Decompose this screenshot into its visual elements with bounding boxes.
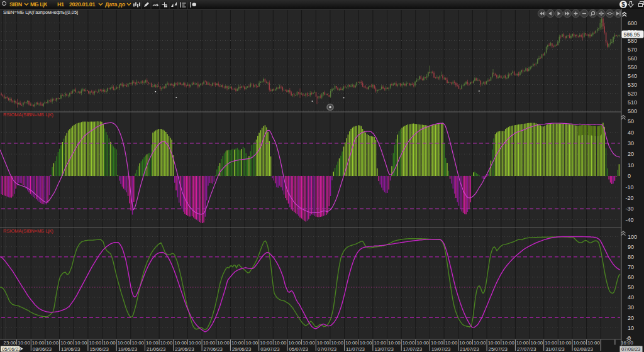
svg-text:0: 0	[628, 173, 631, 179]
svg-text:23/06/23: 23/06/23	[175, 346, 194, 352]
svg-text:21/07/23: 21/07/23	[460, 346, 479, 352]
svg-text:10:00: 10:00	[274, 340, 287, 346]
svg-text:10:00: 10:00	[75, 340, 87, 346]
svg-text:10:00: 10:00	[303, 340, 315, 346]
svg-text:570: 570	[628, 47, 637, 53]
svg-text:560: 560	[628, 55, 637, 62]
svg-text:60: 60	[628, 274, 634, 280]
svg-text:10:00: 10:00	[47, 340, 59, 346]
svg-text:13/07/23: 13/07/23	[374, 346, 393, 352]
svg-text:80: 80	[628, 254, 634, 260]
svg-text:10:00: 10:00	[32, 340, 45, 346]
svg-text:10:00: 10:00	[388, 340, 401, 346]
svg-text:70: 70	[628, 264, 634, 270]
svg-text:600: 600	[628, 20, 637, 26]
svg-text:10:00: 10:00	[445, 340, 458, 346]
svg-text:10:00: 10:00	[18, 340, 30, 346]
svg-text:31/07/23: 31/07/23	[545, 346, 564, 352]
svg-text:25/07/23: 25/07/23	[489, 346, 508, 352]
svg-text:10:00: 10:00	[231, 340, 244, 346]
svg-text:550: 550	[628, 64, 637, 70]
svg-text:30: 30	[628, 304, 634, 311]
svg-text:10:00: 10:00	[545, 340, 557, 346]
svg-text:10:00: 10:00	[118, 340, 130, 346]
svg-text:10:00: 10:00	[89, 340, 101, 346]
svg-text:10:00: 10:00	[502, 340, 514, 346]
svg-text:27/06/23: 27/06/23	[204, 346, 223, 352]
svg-text:530: 530	[628, 82, 637, 88]
svg-text:10:00: 10:00	[331, 340, 344, 346]
svg-text:-10: -10	[626, 184, 634, 190]
svg-text:10:00: 10:00	[531, 340, 543, 346]
svg-text:10: 10	[628, 162, 634, 168]
svg-text:05/06/23: 05/06/23	[2, 346, 21, 352]
svg-text:30: 30	[628, 140, 634, 146]
svg-text:10:00: 10:00	[246, 340, 258, 346]
svg-text:10:00: 10:00	[289, 340, 301, 346]
svg-text:08/06/23: 08/06/23	[33, 346, 52, 352]
svg-text:500: 500	[628, 108, 637, 114]
svg-text:10:00: 10:00	[416, 340, 429, 346]
svg-text:RSIOMA(SIBN=МБ ЦК): RSIOMA(SIBN=МБ ЦК)	[3, 112, 53, 118]
svg-text:RSIOMA(SIBN=МБ ЦК): RSIOMA(SIBN=МБ ЦК)	[3, 228, 53, 234]
svg-text:20: 20	[628, 315, 634, 321]
svg-text:23:00: 23:00	[4, 340, 16, 346]
svg-text:07/07/23: 07/07/23	[318, 346, 336, 352]
svg-text:21/06/23: 21/06/23	[147, 346, 165, 352]
svg-text:540: 540	[628, 73, 637, 79]
svg-text:10:00: 10:00	[317, 340, 330, 346]
svg-text:10:00: 10:00	[131, 340, 144, 346]
svg-text:-40: -40	[626, 217, 634, 223]
svg-text:10: 10	[628, 325, 634, 331]
svg-text:17/07/23: 17/07/23	[403, 346, 422, 352]
svg-text:10:00: 10:00	[160, 340, 173, 346]
svg-text:10:00: 10:00	[203, 340, 216, 346]
svg-text:510: 510	[628, 99, 637, 106]
svg-text:19/06/23: 19/06/23	[118, 346, 137, 352]
svg-text:02/08/23: 02/08/23	[574, 346, 593, 352]
svg-text:10:00: 10:00	[516, 340, 529, 346]
svg-text:SIBN=МБ ЦК(Газпромнефть)[0,05]: SIBN=МБ ЦК(Газпромнефть)[0,05]	[3, 9, 78, 15]
svg-text:40: 40	[628, 294, 634, 300]
svg-text:586.95: 586.95	[624, 31, 640, 38]
svg-text:-30: -30	[626, 206, 634, 212]
svg-text:10:00: 10:00	[402, 340, 415, 346]
svg-text:10:00: 10:00	[574, 340, 586, 346]
svg-text:580: 580	[628, 38, 637, 44]
svg-text:11/07/23: 11/07/23	[346, 346, 365, 352]
svg-text:520: 520	[628, 91, 637, 97]
svg-text:10:00: 10:00	[60, 340, 73, 346]
svg-text:50: 50	[628, 118, 634, 124]
svg-text:10:00: 10:00	[103, 340, 116, 346]
svg-text:10:00: 10:00	[146, 340, 158, 346]
svg-text:10:00: 10:00	[189, 340, 201, 346]
svg-text:05/07/23: 05/07/23	[289, 346, 308, 352]
svg-text:100: 100	[628, 234, 637, 240]
svg-text:15/06/23: 15/06/23	[89, 346, 108, 352]
svg-text:10:00: 10:00	[587, 340, 600, 346]
svg-text:10:00: 10:00	[488, 340, 501, 346]
svg-text:50: 50	[628, 284, 634, 290]
svg-text:03/07/23: 03/07/23	[260, 346, 279, 352]
svg-text:20: 20	[628, 151, 634, 157]
svg-text:10:00: 10:00	[374, 340, 386, 346]
svg-text:-20: -20	[626, 195, 634, 201]
svg-text:10:00: 10:00	[345, 340, 358, 346]
svg-text:27/07/23: 27/07/23	[517, 346, 536, 352]
svg-text:19/07/23: 19/07/23	[431, 346, 450, 352]
svg-text:10:00: 10:00	[360, 340, 372, 346]
svg-text:13/06/23: 13/06/23	[61, 346, 80, 352]
svg-text:07/08/23: 07/08/23	[621, 346, 640, 352]
svg-text:10:00: 10:00	[559, 340, 572, 346]
svg-text:10:00: 10:00	[260, 340, 272, 346]
svg-text:29/06/23: 29/06/23	[232, 346, 251, 352]
svg-text:40: 40	[628, 129, 634, 136]
svg-text:10:00: 10:00	[217, 340, 230, 346]
svg-text:10:00: 10:00	[474, 340, 486, 346]
svg-text:10:00: 10:00	[459, 340, 472, 346]
svg-text:90: 90	[628, 244, 634, 250]
svg-text:10:00: 10:00	[431, 340, 443, 346]
svg-text:10:00: 10:00	[174, 340, 187, 346]
svg-text:$: $	[621, 1, 625, 8]
